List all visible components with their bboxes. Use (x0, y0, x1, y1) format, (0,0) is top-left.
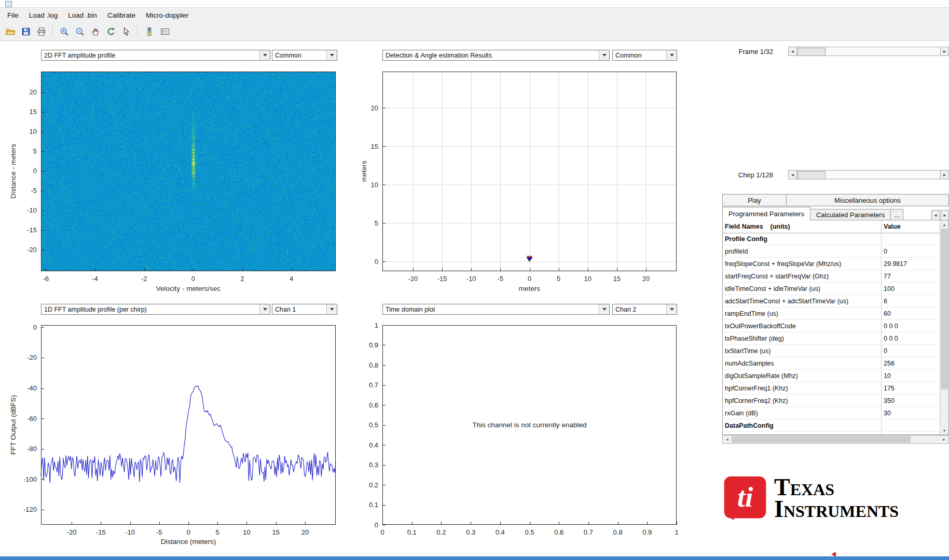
param-row[interactable]: transferFmtPkt0ADC_DATA_ONL (723, 432, 940, 435)
insert-colorbar-button[interactable] (142, 24, 157, 39)
param-row[interactable]: hpfCornerFreq1 (Khz)175 (723, 382, 940, 395)
chirp-slider-left-arrow[interactable]: ◄ (788, 170, 797, 179)
y-tick-label: 5 (33, 147, 37, 155)
menu-item-calibrate[interactable]: Calibrate (102, 9, 141, 22)
tab-calculated-parameters[interactable]: Calculated Parameters (810, 209, 891, 220)
chevron-down-icon[interactable] (599, 50, 609, 60)
vertical-scrollbar-thumb[interactable] (941, 229, 948, 389)
chirp-slider-thumb[interactable] (797, 171, 826, 179)
play-button[interactable]: Play (722, 194, 787, 206)
rotate-3d-icon (106, 27, 116, 36)
plot2-channel-select[interactable]: Common (612, 50, 677, 61)
scroll-down-icon[interactable]: ▼ (940, 426, 948, 435)
x-tick-label: 20 (301, 528, 309, 536)
chevron-down-icon[interactable] (326, 50, 337, 60)
channel-disabled-message: This channel is not currently enabled (473, 421, 587, 429)
param-row[interactable]: txPhaseShifter (deg)0 0 0 (723, 332, 940, 345)
frame-slider[interactable]: ◄ ► (788, 47, 949, 56)
param-row[interactable]: txStartTime (us)0 (723, 345, 940, 357)
frame-slider-thumb[interactable] (797, 48, 826, 56)
chevron-down-icon[interactable] (259, 50, 270, 60)
detection-axes[interactable]: -20-15-10-50510152005101520 (351, 66, 687, 315)
save-icon (21, 27, 31, 36)
timedomain-axes[interactable]: This channel is not currently enabled00.… (351, 320, 687, 560)
y-tick-label: 0 (375, 521, 378, 529)
param-row[interactable]: profileId0 (723, 245, 940, 258)
insert-legend-button[interactable] (158, 24, 172, 39)
tabs-scroll-right-button[interactable]: ► (941, 210, 949, 220)
chirp-slider-track[interactable] (797, 170, 940, 179)
toolbar-separator (137, 26, 139, 37)
tab-more[interactable]: ... (890, 209, 903, 220)
time-domain-plot[interactable]: This channel is not currently enabled00.… (351, 320, 689, 560)
open-folder-button[interactable] (3, 24, 18, 39)
param-value: 100 (882, 283, 940, 295)
y-tick-label: -20 (27, 354, 37, 361)
zoom-in-button[interactable] (57, 24, 72, 39)
detection-scatter-plot[interactable]: -20-15-10-50510152005101520 (351, 66, 689, 315)
param-section-row[interactable]: DataPathConfig (723, 419, 940, 432)
param-row[interactable]: txOutPowerBackoffCode0 0 0 (723, 320, 940, 332)
miscellaneous-options-button[interactable]: Miscellaneous options (786, 194, 949, 206)
param-row[interactable]: digOutSampleRate (Mhz)10 (723, 370, 940, 382)
tab-programmed-parameters[interactable]: Programmed Parameters (722, 207, 810, 220)
param-name: numAdcSamples (723, 357, 882, 369)
menu-item-micro-doppler[interactable]: Micro-doppler (141, 9, 194, 22)
menu-item-file[interactable]: File (2, 9, 24, 22)
frame-slider-track[interactable] (797, 47, 940, 56)
save-button[interactable] (19, 24, 33, 39)
chirp-counter-label: Chirp 1/128 (700, 171, 773, 179)
x-tick-label: -4 (92, 275, 98, 283)
fft1d-axes[interactable]: -20-15-10-5051015200-20-40-60-80-100-120 (10, 320, 346, 560)
fft2d-axes[interactable]: -6-4-202420151050-5-10-15-20 (10, 66, 346, 315)
x-tick-label: 0 (528, 275, 531, 283)
scroll-right-icon[interactable]: ► (940, 436, 948, 443)
param-row[interactable]: idleTimeConst + idleTimeVar (us)100 (723, 283, 940, 295)
param-row[interactable]: startFreqConst + startFreqVar (Ghz)77 (723, 270, 940, 283)
print-button[interactable] (34, 24, 49, 39)
zoom-in-icon (60, 27, 69, 36)
param-section-row[interactable]: Profile Config (723, 233, 940, 245)
plot1-view-select[interactable]: 2D FFT amplitude profile (41, 50, 270, 61)
parameters-table-body: Profile ConfigprofileId0freqSlopeConst +… (723, 233, 940, 435)
x-tick-label: 20 (642, 275, 650, 283)
data-cursor-button[interactable] (119, 24, 134, 39)
rotate-3d-button[interactable] (104, 24, 118, 39)
scroll-left-icon[interactable]: ◄ (723, 436, 732, 443)
bottom-window-edge (0, 556, 949, 560)
param-value: 77 (882, 270, 940, 282)
fft2d-heatmap-plot[interactable]: -6-4-202420151050-5-10-15-20 (10, 66, 347, 315)
chirp-slider[interactable]: ◄ ► (788, 170, 949, 179)
horizontal-scrollbar-track[interactable] (732, 436, 940, 443)
param-name: adcStartTimeConst + adcStartTimeVar (us) (723, 295, 882, 307)
param-row[interactable]: hpfCornerFreq2 (Khz)350 (723, 395, 940, 407)
horizontal-scrollbar-thumb[interactable] (732, 436, 911, 443)
frame-slider-right-arrow[interactable]: ► (940, 47, 949, 56)
param-row[interactable]: numAdcSamples256 (723, 357, 940, 370)
y-tick-label: 0.7 (369, 381, 378, 389)
x-tick-label: 5 (557, 275, 560, 283)
frame-counter-label: Frame 1/32 (700, 48, 773, 55)
x-tick-label: 10 (584, 275, 592, 283)
frame-slider-left-arrow[interactable]: ◄ (788, 47, 797, 56)
parameters-table-vertical-scrollbar[interactable]: ▲ ▼ (940, 220, 948, 435)
param-row[interactable]: rxGain (dB)30 (723, 407, 940, 419)
zoom-out-button[interactable] (73, 24, 87, 39)
plot2-view-select[interactable]: Detection & Angle estimation Results (382, 50, 610, 61)
scroll-up-icon[interactable]: ▲ (940, 220, 948, 229)
chirp-slider-right-arrow[interactable]: ► (940, 170, 949, 179)
chevron-down-icon[interactable] (666, 50, 677, 60)
tabs-scroll-left-button[interactable]: ◄ (931, 210, 940, 220)
fft1d-line-plot[interactable]: -20-15-10-5051015200-20-40-60-80-100-120 (10, 320, 347, 560)
x-tick-label: -15 (437, 275, 447, 283)
x-tick-label: -6 (43, 275, 49, 283)
plot1-channel-select[interactable]: Common (272, 50, 337, 61)
param-value: 256 (882, 357, 940, 369)
parameters-table-horizontal-scrollbar[interactable]: ◄ ► (722, 435, 949, 444)
menu-item-load-bin[interactable]: Load .bin (63, 9, 102, 22)
pan-button[interactable] (88, 24, 103, 39)
param-row[interactable]: rampEndTime (us)60 (723, 307, 940, 320)
param-row[interactable]: adcStartTimeConst + adcStartTimeVar (us)… (723, 295, 940, 307)
param-row[interactable]: freqSlopeConst + freqSlopeVar (Mhz/us)29… (723, 258, 940, 270)
menu-item-load-log[interactable]: Load .log (24, 9, 63, 22)
